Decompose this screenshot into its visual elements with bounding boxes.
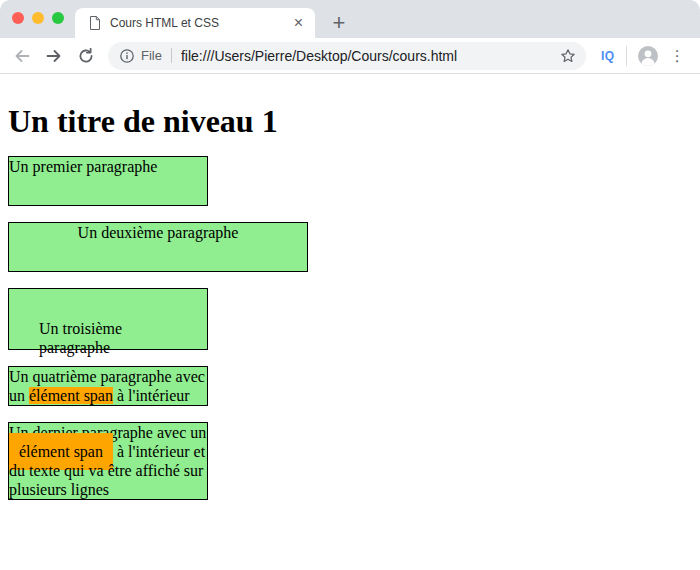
paragraph-second: Un deuxième paragraphe xyxy=(8,222,308,272)
paragraph-last: Un dernier paragraphe avec un élément sp… xyxy=(8,422,208,500)
new-tab-button[interactable]: + xyxy=(324,8,354,38)
paragraph-first: Un premier paragraphe xyxy=(8,156,208,206)
kebab-menu-icon[interactable]: ⋮ xyxy=(670,47,684,65)
forward-button[interactable] xyxy=(40,42,68,70)
tab-close-icon[interactable]: × xyxy=(292,15,305,31)
bookmark-star-icon[interactable] xyxy=(560,48,576,64)
minimize-window-button[interactable] xyxy=(32,12,44,24)
document-icon xyxy=(89,16,101,30)
span-highlight: élément span xyxy=(29,387,113,404)
reload-icon xyxy=(78,48,94,64)
window-controls xyxy=(12,12,64,24)
paragraph-third: Un troisième paragraphe xyxy=(8,288,208,350)
browser-toolbar: File file:///Users/Pierre/Desktop/Cours/… xyxy=(0,38,700,74)
page-title: Un titre de niveau 1 xyxy=(8,103,692,140)
toolbar-separator xyxy=(626,46,627,66)
browser-window: Cours HTML et CSS × + xyxy=(0,0,700,570)
url-text[interactable]: file:///Users/Pierre/Desktop/Cours/cours… xyxy=(181,48,552,64)
forward-arrow-icon xyxy=(46,48,62,64)
browser-tab[interactable]: Cours HTML et CSS × xyxy=(75,8,315,38)
address-divider xyxy=(171,48,172,63)
close-window-button[interactable] xyxy=(12,12,24,24)
zoom-window-button[interactable] xyxy=(52,12,64,24)
info-icon[interactable] xyxy=(120,49,134,63)
extension-iq-button[interactable]: IQ xyxy=(601,49,615,63)
profile-avatar[interactable] xyxy=(638,46,658,66)
back-button[interactable] xyxy=(8,42,36,70)
file-scheme-label: File xyxy=(141,48,162,63)
back-arrow-icon xyxy=(14,48,30,64)
paragraph-fourth-text-after: à l'intérieur xyxy=(113,387,190,404)
reload-button[interactable] xyxy=(72,42,100,70)
address-bar[interactable]: File file:///Users/Pierre/Desktop/Cours/… xyxy=(108,42,586,70)
paragraph-fourth: Un quatrième paragraphe avec un élément … xyxy=(8,366,208,406)
page-content: Un titre de niveau 1 Un premier paragrap… xyxy=(0,103,700,500)
tab-title: Cours HTML et CSS xyxy=(110,16,292,30)
tab-strip: Cours HTML et CSS × + xyxy=(0,0,700,38)
